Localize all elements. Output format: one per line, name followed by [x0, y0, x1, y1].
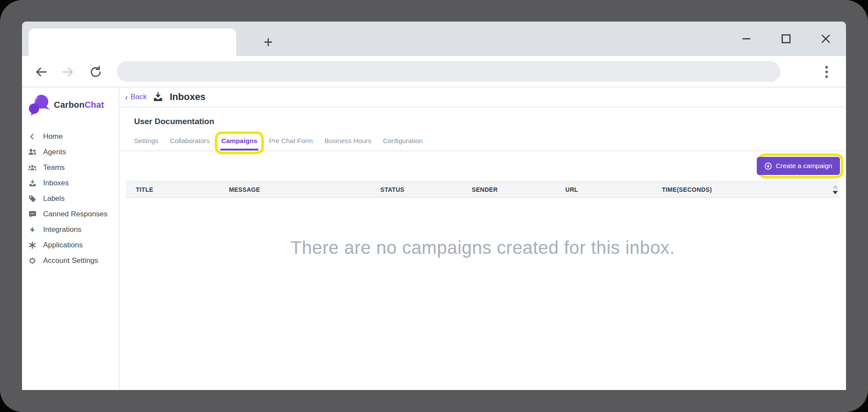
sidebar-item-label: Account Settings: [43, 256, 98, 265]
teams-icon: [28, 164, 37, 172]
gear-icon: [28, 257, 37, 265]
table-scroll-control: [831, 182, 840, 197]
sidebar-item-teams[interactable]: Teams: [28, 160, 119, 175]
brand-logo[interactable]: CarbonChat: [28, 94, 119, 116]
asterisk-icon: [28, 241, 37, 249]
sidebar-item-applications[interactable]: Applications: [28, 237, 119, 253]
empty-state-message: There are no campaigns created for this …: [119, 237, 846, 258]
lightning-icon: [28, 226, 37, 234]
kebab-dot: [825, 71, 828, 73]
minimize-button[interactable]: [739, 31, 754, 46]
agents-icon: [28, 148, 37, 156]
chevron-left-icon: ‹: [125, 93, 128, 101]
sidebar-item-account-settings[interactable]: Account Settings: [28, 253, 119, 268]
browser-toolbar: [22, 56, 846, 87]
column-header-sender: SENDER: [472, 186, 565, 193]
maximize-button[interactable]: [779, 31, 793, 46]
breadcrumb: ‹ Back Inboxes: [119, 87, 846, 107]
column-header-message: MESSAGE: [229, 186, 380, 193]
browser-tabstrip: +: [22, 22, 846, 56]
sidebar-item-integrations[interactable]: Integrations: [28, 222, 119, 237]
new-tab-button[interactable]: +: [257, 31, 279, 53]
close-icon: [820, 33, 831, 44]
browser-tab[interactable]: [28, 28, 236, 56]
carbonchat-logo-icon: [28, 94, 51, 116]
create-campaign-button[interactable]: Create a campaign: [757, 157, 840, 175]
inbox-icon: [28, 179, 37, 187]
scroll-up-arrow-icon[interactable]: [833, 185, 838, 188]
reload-icon: [89, 65, 103, 79]
campaigns-table-header: TITLE MESSAGE STATUS SENDER URL TIME(SEC…: [126, 181, 840, 198]
back-arrow-icon: [34, 65, 48, 79]
sidebar-item-label: Applications: [43, 241, 83, 250]
tab-business-hours[interactable]: Business Hours: [324, 137, 371, 145]
tab-settings[interactable]: Settings: [134, 137, 158, 145]
chat-bubble-icon: [28, 210, 37, 218]
browser-menu-button[interactable]: [819, 64, 834, 80]
sidebar: CarbonChat Home Agents: [22, 87, 119, 390]
sidebar-item-canned-responses[interactable]: Canned Responses: [28, 206, 119, 222]
desktop-background: +: [0, 0, 868, 412]
close-button[interactable]: [818, 31, 833, 46]
sidebar-item-inboxes[interactable]: Inboxes: [28, 175, 119, 191]
column-header-title: TITLE: [126, 186, 229, 193]
sidebar-item-label: Integrations: [43, 225, 81, 234]
forward-button[interactable]: [60, 64, 76, 80]
tag-icon: [28, 195, 37, 203]
tab-configuration[interactable]: Configuration: [383, 137, 423, 145]
sidebar-item-labels[interactable]: Labels: [28, 191, 119, 206]
tab-campaigns[interactable]: Campaigns: [221, 137, 257, 145]
actions-row: Create a campaign: [119, 151, 846, 181]
plus-circle-icon: [765, 162, 772, 170]
chevron-left-icon: [28, 133, 37, 140]
sidebar-item-label: Labels: [43, 194, 65, 203]
tab-campaigns-label: Campaigns: [221, 137, 257, 144]
inbox-name: User Documentation: [134, 117, 846, 126]
reload-button[interactable]: [88, 64, 104, 80]
create-campaign-label: Create a campaign: [776, 162, 832, 170]
page-title: Inboxes: [169, 91, 205, 103]
browser-window: +: [22, 22, 846, 390]
maximize-icon: [780, 33, 792, 44]
tab-pre-chat-form[interactable]: Pre Chat Form: [269, 137, 313, 145]
inbox-settings-tabs: Settings Collaborators Campaigns Pre Cha…: [119, 137, 846, 151]
column-header-url: URL: [565, 186, 662, 193]
main-content: ‹ Back Inboxes User Documentation Settin…: [119, 87, 846, 390]
tab-collaborators[interactable]: Collaborators: [170, 137, 210, 145]
back-button[interactable]: [33, 64, 50, 80]
address-bar[interactable]: [117, 61, 780, 82]
inbox-tray-icon: [153, 92, 163, 102]
window-controls: [739, 22, 833, 56]
plus-icon: +: [263, 33, 273, 51]
back-link[interactable]: ‹ Back: [125, 93, 147, 101]
kebab-dot: [825, 75, 828, 78]
brand-name: CarbonChat: [54, 100, 104, 110]
minimize-icon: [741, 33, 752, 44]
brand-name-primary: Carbon: [54, 100, 85, 109]
sidebar-item-label: Inboxes: [43, 179, 69, 187]
scroll-down-arrow-icon[interactable]: [833, 191, 838, 194]
sidebar-nav: Home Agents Teams: [28, 129, 119, 268]
sidebar-item-label: Agents: [43, 148, 66, 156]
column-header-status: STATUS: [380, 186, 472, 193]
sidebar-item-label: Home: [43, 132, 63, 141]
sidebar-item-label: Canned Responses: [43, 210, 107, 218]
sidebar-item-home[interactable]: Home: [28, 129, 119, 144]
column-header-time: TIME(SECONDS): [662, 186, 831, 193]
forward-arrow-icon: [61, 65, 75, 79]
app-root: CarbonChat Home Agents: [22, 87, 846, 390]
brand-name-secondary: Chat: [85, 100, 104, 109]
sidebar-item-label: Teams: [43, 163, 65, 172]
kebab-dot: [825, 66, 828, 69]
back-link-label: Back: [131, 93, 147, 101]
sidebar-item-agents[interactable]: Agents: [28, 144, 119, 160]
